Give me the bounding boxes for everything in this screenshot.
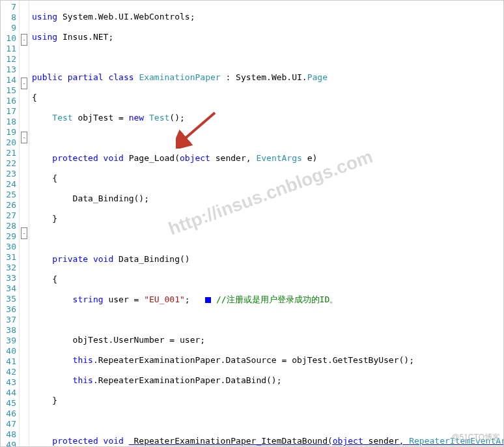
caret-marker xyxy=(205,297,211,303)
fold-gutter: - - - - xyxy=(20,1,29,446)
line-number-gutter: 7891011121314151617181920212223242526272… xyxy=(1,1,20,446)
credit-text: @51CTO博客 xyxy=(451,432,500,443)
code-area[interactable]: using System.Web.UI.WebControls; using I… xyxy=(29,1,503,446)
code-editor[interactable]: 7891011121314151617181920212223242526272… xyxy=(0,0,504,447)
